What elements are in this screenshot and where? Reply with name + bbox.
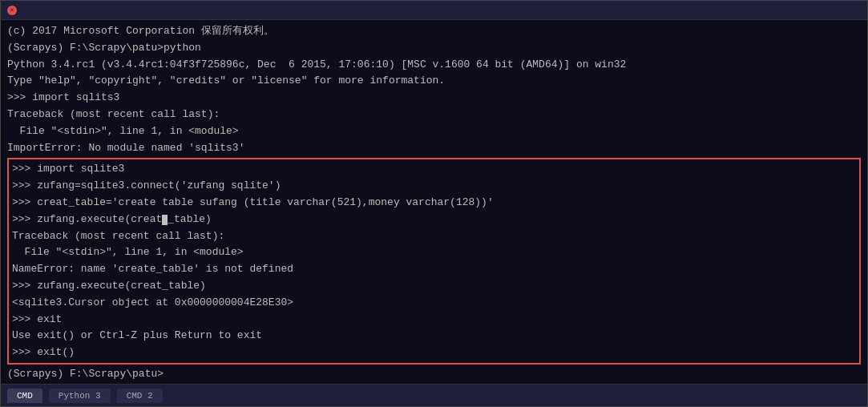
highlighted-line: >>> zufang.execute(creat_table)	[12, 278, 856, 295]
terminal-content[interactable]: (c) 2017 Microsoft Corporation 保留所有权利。(S…	[1, 20, 867, 384]
highlighted-line: >>> zufang.execute(creat_table)	[12, 212, 856, 228]
terminal-line: File "<stdin>", line 1, in <module>	[7, 123, 861, 140]
terminal-line: ImportError: No module named 'sqlits3'	[7, 140, 861, 157]
highlighted-line: >>> exit	[12, 312, 856, 328]
terminal-line: Type "help", "copyright", "credits" or "…	[7, 73, 861, 90]
close-button[interactable]: ✕	[7, 6, 17, 15]
terminal-line: (Scrapys) F:\Scrapy\patu>	[7, 366, 861, 383]
after-lines: (Scrapys) F:\Scrapy\patu>	[7, 366, 861, 383]
highlighted-line: >>> exit()	[12, 345, 856, 361]
highlighted-line: Traceback (most recent call last):	[12, 228, 856, 245]
highlighted-block: >>> import sqlite3>>> zufang=sqlite3.con…	[7, 158, 861, 365]
bottom-bar: CMD Python 3 CMD 2	[1, 384, 867, 406]
highlighted-line: >>> creat_table='create table sufang (ti…	[12, 195, 856, 212]
title-bar: ✕	[1, 1, 867, 20]
terminal-line: (Scrapys) F:\Scrapy\patu>python	[7, 40, 861, 57]
terminal-line: (c) 2017 Microsoft Corporation 保留所有权利。	[7, 23, 861, 40]
terminal-window: ✕ (c) 2017 Microsoft Corporation 保留所有权利。…	[0, 0, 868, 407]
highlighted-line: >>> zufang=sqlite3.connect('zufang sqlit…	[12, 178, 856, 195]
tab-cmd2[interactable]: CMD 2	[117, 389, 163, 403]
tab-python[interactable]: Python 3	[49, 389, 111, 403]
highlighted-line: >>> import sqlite3	[12, 161, 856, 178]
terminal-line: Python 3.4.rc1 (v3.4.4rc1:04f3f725896c, …	[7, 57, 861, 74]
before-lines: (c) 2017 Microsoft Corporation 保留所有权利。(S…	[7, 23, 861, 156]
terminal-line: Traceback (most recent call last):	[7, 107, 861, 123]
highlighted-line: Use exit() or Ctrl-Z plus Return to exit	[12, 328, 856, 345]
highlighted-line: File "<stdin>", line 1, in <module>	[12, 244, 856, 261]
tab-cmd[interactable]: CMD	[7, 389, 42, 403]
highlighted-line: <sqlite3.Cursor object at 0x0000000004E2…	[12, 295, 856, 312]
highlighted-line: NameError: name 'create_table' is not de…	[12, 261, 856, 278]
terminal-line: >>> import sqlits3	[7, 90, 861, 107]
